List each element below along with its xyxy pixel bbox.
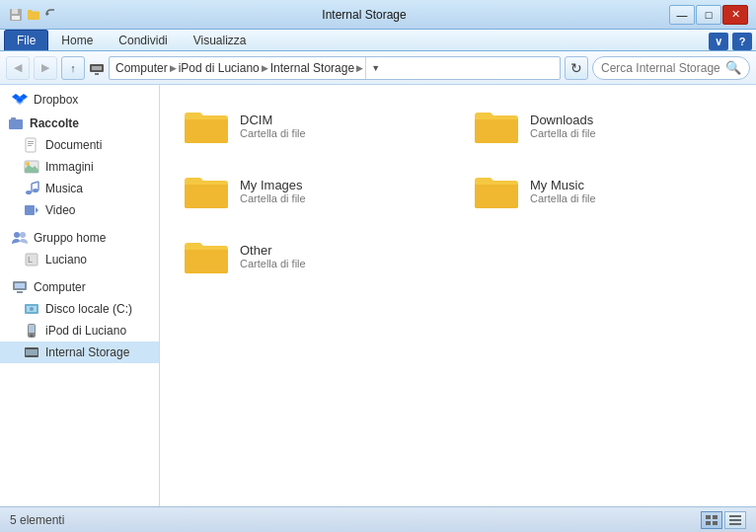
computer-label: Computer [34,280,86,294]
svg-rect-40 [713,521,718,525]
address-computer[interactable]: Computer ▶ [115,61,177,75]
window-title: Internal Storage [59,8,669,22]
svg-point-34 [31,335,34,338]
view-details-button[interactable] [724,511,746,529]
sidebar-header-computer[interactable]: Computer [0,276,159,298]
svg-rect-42 [729,519,741,521]
sidebar-label-dropbox: Dropbox [34,93,78,107]
svg-rect-11 [28,143,34,144]
main-area: Dropbox Raccolte Documenti Immagini [0,85,756,506]
immagini-icon [24,159,39,175]
address-dropdown-button[interactable]: ▼ [365,57,385,79]
dropbox-icon [12,92,28,108]
title-bar: Internal Storage — □ ✕ [0,0,756,30]
list-item[interactable]: Downloads Cartella di file [462,97,744,154]
tab-home[interactable]: Home [48,30,106,50]
back-button[interactable]: ◀ [6,56,30,80]
view-list-button[interactable] [701,511,722,529]
svg-marker-3 [46,12,49,16]
svg-rect-12 [28,145,32,146]
ipod-icon [24,323,39,339]
sidebar: Dropbox Raccolte Documenti Immagini [0,85,160,506]
chevron-button[interactable]: ∨ [709,33,728,50]
sidebar-item-dropbox[interactable]: Dropbox [0,89,159,111]
search-input[interactable] [601,61,721,75]
folder-icon [183,171,230,210]
documenti-icon [24,137,39,153]
file-info: DCIM Cartella di file [240,113,306,139]
list-item[interactable]: My Music Cartella di file [462,162,744,219]
ribbon-help: ∨ ? [709,33,752,50]
sidebar-item-disco[interactable]: Disco locale (C:) [0,298,159,320]
svg-rect-43 [729,523,741,525]
sidebar-item-immagini[interactable]: Immagini [0,156,159,178]
video-icon [24,202,39,218]
sidebar-item-video[interactable]: Video [0,199,159,221]
file-name: Downloads [530,113,596,127]
folder-icon [183,236,230,275]
file-type: Cartella di file [240,127,306,139]
file-name: Other [240,243,306,258]
svg-rect-7 [9,119,23,129]
computer-icon [12,279,28,295]
sidebar-header-gruppo[interactable]: Gruppo home [0,227,159,249]
svg-rect-8 [11,117,16,120]
list-item[interactable]: My Images Cartella di file [172,162,454,219]
tab-share[interactable]: Condividi [106,30,180,50]
file-area: DCIM Cartella di file Downloads Cartella… [160,85,756,506]
address-device[interactable]: iPod di Luciano ▶ [179,61,268,75]
musica-icon [24,181,39,196]
file-name: My Images [240,178,306,192]
list-item[interactable]: Other Cartella di file [172,227,454,284]
up-button[interactable]: ↑ [61,56,85,80]
view-controls [701,511,746,529]
tab-view[interactable]: Visualizza [181,30,260,50]
svg-rect-10 [28,141,34,142]
sidebar-item-luciano[interactable]: L Luciano [0,249,159,270]
file-type: Cartella di file [240,192,306,204]
list-item[interactable]: DCIM Cartella di file [172,97,454,154]
file-name: DCIM [240,113,306,127]
svg-rect-33 [29,325,35,333]
file-info: My Images Cartella di file [240,178,306,204]
svg-rect-2 [12,16,20,20]
address-bar[interactable]: Computer ▶ iPod di Luciano ▶ Internal St… [109,56,561,80]
close-button[interactable]: ✕ [722,5,748,25]
save-icon[interactable] [8,7,24,23]
disco-icon [24,301,39,317]
address-current[interactable]: Internal Storage ▶ [270,61,363,75]
svg-rect-28 [17,291,23,293]
folder-icon [473,106,520,145]
minimize-button[interactable]: — [669,5,695,25]
status-bar: 5 elementi [0,506,756,532]
forward-button[interactable]: ▶ [34,56,57,80]
svg-rect-27 [15,283,25,288]
folder-icon [183,106,230,145]
refresh-button[interactable]: ↻ [565,56,588,80]
tab-file[interactable]: File [4,30,48,50]
title-controls: — □ ✕ [669,5,748,25]
help-button[interactable]: ? [732,33,752,50]
svg-text:L: L [28,255,33,265]
search-box: 🔍 [592,56,750,80]
folder-icon [473,171,520,210]
svg-point-15 [26,190,32,194]
file-info: My Music Cartella di file [530,178,596,204]
sidebar-item-musica[interactable]: Musica [0,178,159,199]
search-icon[interactable]: 🔍 [725,60,741,75]
raccolte-label: Raccolte [30,116,79,130]
sidebar-item-ipod[interactable]: iPod di Luciano [0,320,159,342]
sidebar-header-raccolte[interactable]: Raccolte [0,113,159,134]
folder-quick-icon[interactable] [26,7,41,23]
sidebar-item-internal-storage[interactable]: Internal Storage [0,342,159,363]
sidebar-item-documenti[interactable]: Documenti [0,134,159,156]
gruppo-label: Gruppo home [34,231,106,245]
svg-point-23 [20,232,26,238]
svg-point-22 [14,232,20,238]
gruppo-icon [12,230,28,246]
svg-rect-6 [95,73,99,75]
file-name: My Music [530,178,596,192]
undo-icon[interactable] [43,7,59,23]
maximize-button[interactable]: □ [696,5,721,25]
file-type: Cartella di file [240,258,306,269]
